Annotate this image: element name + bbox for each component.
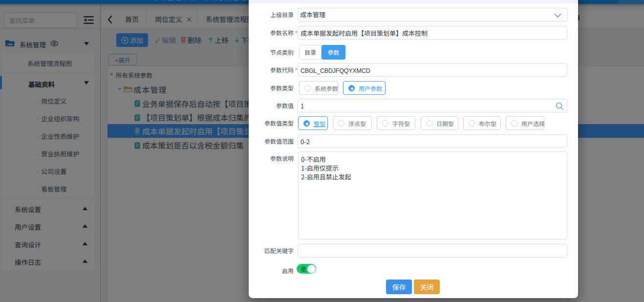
close-button[interactable]: 关闭 (414, 280, 440, 294)
value-range-input-wrap (298, 134, 567, 148)
param-code-input-wrap (298, 63, 567, 77)
field-label-param-desc: 参数说明 (249, 155, 294, 162)
value-type-option[interactable]: 字符型 (377, 116, 415, 130)
field-label-param-code: 参数代码 (249, 66, 294, 73)
modal-header (249, 0, 578, 3)
param-type-option-user[interactable]: 用户参数 (343, 81, 386, 95)
radio-icon (338, 120, 344, 127)
param-value-input[interactable] (298, 100, 567, 112)
field-label-param-value: 参数值 (249, 102, 294, 109)
radio-icon (511, 120, 517, 127)
save-button[interactable]: 保存 (386, 280, 412, 294)
value-range-input[interactable] (298, 135, 567, 148)
radio-icon (426, 120, 432, 127)
value-type-option[interactable]: 浮点型 (333, 116, 372, 130)
chevron-down-icon (554, 13, 561, 18)
search-value-button[interactable] (556, 102, 564, 110)
param-name-input[interactable] (298, 27, 567, 40)
parent-dir-value: 成本管理 (300, 8, 325, 21)
enabled-switch[interactable]: 是 (297, 264, 316, 274)
field-label-value-range: 参数值范围 (249, 138, 294, 145)
value-type-option[interactable]: 日期型 (421, 116, 458, 130)
param-value-input-wrap (298, 99, 567, 112)
switch-on-text: 是 (301, 265, 306, 272)
node-type-option-param[interactable]: 参数 (322, 45, 345, 60)
param-type-option-system[interactable]: 系统参数 (299, 81, 338, 95)
radio-icon (303, 120, 310, 127)
param-name-input-wrap (298, 26, 567, 40)
param-desc-textarea[interactable]: 0-不启用 1-启用仅提示 2-启用且禁止发起 (298, 151, 567, 239)
radio-icon (348, 85, 355, 91)
switch-knob (307, 265, 316, 273)
app-root: 系统管理平台 - 系统参数管理 系统管理 ·系统管理流程图 基础资料 ·岗位定义… (0, 0, 644, 302)
parent-dir-select[interactable]: 成本管理 (298, 8, 567, 22)
radio-icon (469, 120, 475, 127)
value-type-option[interactable]: 布尔型 (463, 116, 501, 130)
node-type-option-dir[interactable]: 目录 (299, 45, 322, 60)
field-label-param-type: 参数类型 (249, 85, 294, 91)
field-label-parent-dir: 上级目录 (249, 11, 294, 18)
value-type-option[interactable]: 整型 (298, 116, 328, 130)
field-label-node-type: 节点类别 (249, 49, 294, 56)
search-value-icon (556, 102, 564, 110)
modal-dialog: 上级目录 成本管理 参数名称 * 节点类别 目录 参数 参数代码 * 参数类型 … (249, 0, 578, 298)
value-type-option[interactable]: 用户选择 (506, 116, 544, 130)
field-label-param-name: 参数名称 (249, 29, 294, 36)
match-keyword-input[interactable] (298, 245, 567, 258)
field-label-enabled: 启用 (249, 267, 294, 274)
radio-icon (382, 120, 388, 127)
match-keyword-input-wrap (298, 244, 567, 258)
param-code-input[interactable] (298, 65, 567, 77)
field-label-match-keyword: 匹配关键字 (249, 247, 294, 254)
field-label-value-type: 参数值类型 (249, 120, 294, 127)
radio-icon (304, 85, 311, 91)
